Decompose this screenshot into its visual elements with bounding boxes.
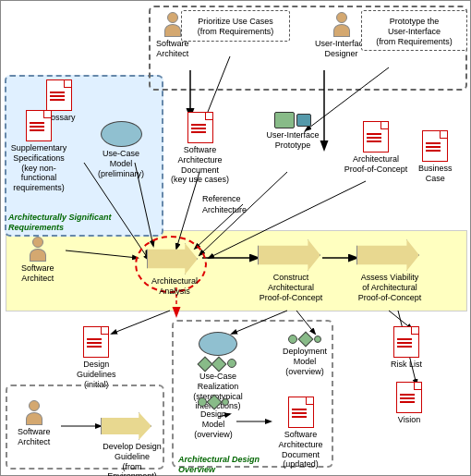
business-case-node: BusinessCase [418,130,453,184]
assess-viability-node: Assess Viabilityof ArchitecturalProof-of… [356,239,423,302]
soft-arch-actor-label: SoftwareArchitect [21,263,54,284]
design-model-node: DesignModel(overview) [186,397,241,439]
construct-proof-node: ConstructArchitecturalProof-of-Concept [258,239,324,302]
vision-label: Vision [398,415,420,425]
soft-arch-bottom-label: SoftwareArchitect [18,427,51,447]
use-case-model-label: Use-CaseModel(preliminary) [98,149,144,178]
svg-line-13 [112,311,170,334]
soft-arch-doc-label: SoftwareArchitectureDocument(key use cas… [170,145,230,185]
design-guidelines-node: DesignGuidelines(initial) [77,326,116,389]
arch-proof-concept-node: ArchitecturalProof-of-Concept [343,121,409,175]
ref-arch-label: ReferenceArchitecture [202,193,247,215]
arch-design-overview-label: Architectural DesignOverview [178,454,333,474]
risk-list-node: Risk List [391,326,422,370]
assess-viability-label: Assess Viabilityof ArchitecturalProof-of… [356,273,423,302]
soft-arch-doc-node: SoftwareArchitectureDocument(key use cas… [170,112,230,185]
supp-spec-node: SupplementarySpecifications(key non-func… [6,110,71,193]
prioritize-uc-label: Prioritize Use Cases(from Requirements) [186,17,285,37]
deploy-model-label: DeploymentModel(overview) [283,347,327,376]
ui-prototype-node: User-InterfacePrototype [265,112,320,151]
use-case-model-node: Use-CaseModel(preliminary) [98,121,144,178]
main-diagram: Glossary SupplementarySpecifications(key… [0,0,471,476]
arch-analysis-node: ArchitecturalAnalysis [147,243,202,297]
vision-node: Vision [396,382,422,425]
arch-req-label: Architecturally SignificantRequirements [8,212,163,232]
dev-design-guideline-node: Develop DesignGuideline(from Environment… [101,412,163,476]
business-case-label: BusinessCase [418,164,453,184]
arch-analysis-label: ArchitecturalAnalysis [147,276,202,297]
supp-spec-label: SupplementarySpecifications(key non-func… [6,143,71,193]
ui-designer-node: User-InterfaceDesigner [315,12,368,59]
construct-proof-label: ConstructArchitecturalProof-of-Concept [258,273,324,302]
risk-list-label: Risk List [391,360,422,370]
soft-arch-actor-node: SoftwareArchitect [21,237,54,284]
deploy-model-node: DeploymentModel(overview) [283,334,327,376]
ui-prototype-label: User-InterfacePrototype [265,130,320,151]
prioritize-uc-node: Prioritize Use Cases(from Requirements) [181,10,290,42]
prototype-ui-node: Prototype theUser-Interface(from Require… [361,10,467,51]
arch-proof-concept-label: ArchitecturalProof-of-Concept [343,154,409,175]
soft-arch-top-label: SoftwareArchitect [156,39,189,59]
soft-arch-bottom-node: SoftwareArchitect [18,400,51,447]
prototype-ui-label: Prototype theUser-Interface(from Require… [366,17,463,46]
dev-design-guideline-label: Develop DesignGuideline(from Environment… [101,442,163,476]
design-model-label: DesignModel(overview) [186,409,241,439]
ui-designer-label: User-InterfaceDesigner [315,39,368,59]
